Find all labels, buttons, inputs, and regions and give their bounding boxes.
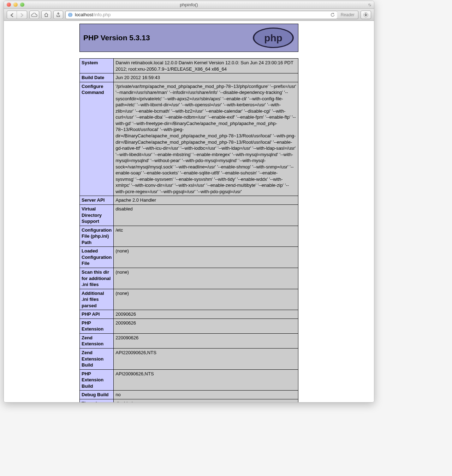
share-button[interactable] [53,11,63,19]
row-label: System [80,59,114,73]
zoom-button[interactable] [20,2,24,7]
row-value: (none) [114,247,298,268]
row-label: Debug Build [80,391,114,399]
table-row: SystemDarwin retinabook.local 12.0.0 Dar… [80,59,298,73]
row-label: Configuration File (php.ini) Path [80,226,114,247]
row-label: Zend Extension Build [80,348,114,369]
icloud-button[interactable] [29,11,39,19]
row-label: Build Date [80,73,114,82]
table-row: Build DateJun 20 2012 16:59:43 [80,73,298,82]
reload-icon[interactable] [330,12,335,17]
row-label: Additional .ini files parsed [80,289,114,310]
url-host: localhost/info.php [75,12,111,17]
table-row: PHP Extension20090626 [80,319,298,333]
downloads-button[interactable] [361,11,371,19]
row-value: Apache 2.0 Handler [114,196,298,205]
row-value: no [114,391,298,399]
row-label: Virtual Directory Support [80,205,114,226]
address-bar[interactable]: localhost/info.php [65,11,338,19]
table-row: Thread Safetydisabled [80,399,298,402]
php-version-heading: PHP Version 5.3.13 [83,34,150,42]
table-row: Virtual Directory Supportdisabled [80,205,298,226]
window-controls [7,2,24,7]
table-row: Zend Extension BuildAPI220090626,NTS [80,348,298,369]
row-value: (none) [114,268,298,289]
nav-buttons [7,11,27,19]
row-label: Scan this dir for additional .ini files [80,268,114,289]
table-row: Additional .ini files parsed(none) [80,289,298,310]
row-value: API20090626,NTS [114,369,298,391]
phpinfo-header: PHP Version 5.3.13 php [79,24,298,52]
row-label: Configure Command [80,82,114,196]
reader-button[interactable]: Reader [337,11,358,19]
row-label: Server API [80,196,114,205]
row-value: /etc [114,226,298,247]
titlebar: phpinfo() [4,1,374,9]
table-row: Server APIApache 2.0 Handler [80,196,298,205]
toolbar: localhost/info.php Reader [4,9,374,21]
phpinfo-container: PHP Version 5.3.13 php SystemDarwin reti… [79,24,298,402]
table-row: Configuration File (php.ini) Path/etc [80,226,298,247]
table-row: Scan this dir for additional .ini files(… [80,268,298,289]
download-icon [363,12,368,17]
page-content: PHP Version 5.3.13 php SystemDarwin reti… [4,21,374,402]
home-icon [44,12,49,17]
window-title: phpinfo() [180,2,198,7]
reader-label: Reader [341,12,355,17]
forward-icon [20,13,24,17]
table-row: Debug Buildno [80,391,298,399]
table-row: Zend Extension220090626 [80,333,298,348]
row-value: API220090626,NTS [114,348,298,369]
back-button[interactable] [7,11,17,19]
site-icon [68,12,73,17]
table-row: Configure Command'/private/var/tmp/apach… [80,82,298,196]
fullscreen-icon[interactable] [368,3,372,7]
row-value: disabled [114,205,298,226]
row-label: Loaded Configuration File [80,247,114,268]
back-icon [10,13,14,17]
home-button[interactable] [41,11,51,19]
svg-text:php: php [264,32,282,43]
row-label: Zend Extension [80,333,114,348]
row-value: 220090626 [114,333,298,348]
php-logo-icon: php [252,27,295,49]
row-label: PHP API [80,310,114,319]
table-row: PHP API20090626 [80,310,298,319]
row-label: PHP Extension Build [80,369,114,391]
row-value: (none) [114,289,298,310]
table-row: PHP Extension BuildAPI20090626,NTS [80,369,298,391]
row-label: PHP Extension [80,319,114,333]
row-value: disabled [114,399,298,402]
cloud-icon [31,13,37,17]
close-button[interactable] [7,2,11,7]
forward-button[interactable] [17,11,27,19]
browser-window: phpinfo() localh [4,1,374,403]
row-value: Jun 20 2012 16:59:43 [114,73,298,82]
minimize-button[interactable] [13,2,18,7]
row-value: '/private/var/tmp/apache_mod_php/apache_… [114,82,298,196]
table-row: Loaded Configuration File(none) [80,247,298,268]
row-label: Thread Safety [80,399,114,402]
share-icon [56,12,61,17]
row-value: 20090626 [114,319,298,333]
row-value: 20090626 [114,310,298,319]
row-value: Darwin retinabook.local 12.0.0 Darwin Ke… [114,59,298,73]
phpinfo-table: SystemDarwin retinabook.local 12.0.0 Dar… [79,58,298,402]
